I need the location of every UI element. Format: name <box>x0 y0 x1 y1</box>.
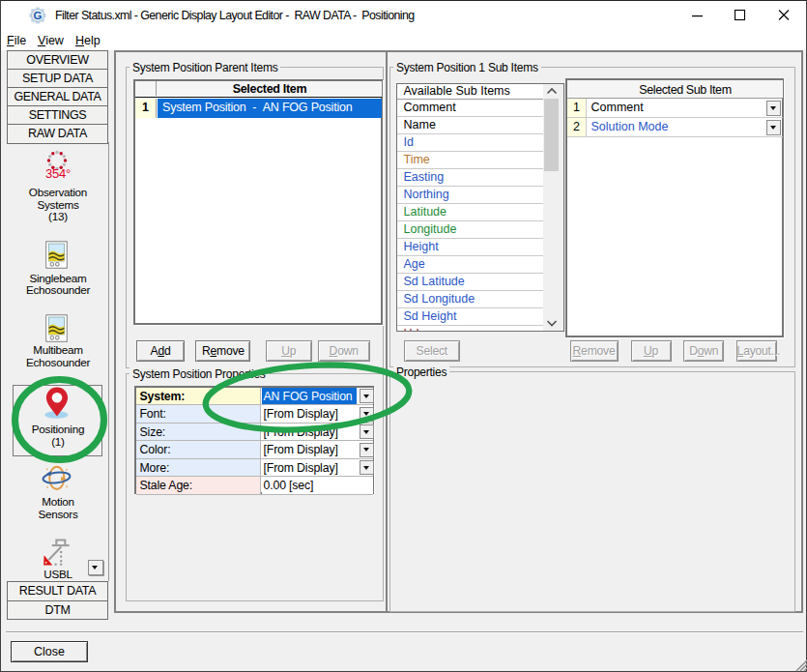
svg-text:G: G <box>34 10 43 21</box>
